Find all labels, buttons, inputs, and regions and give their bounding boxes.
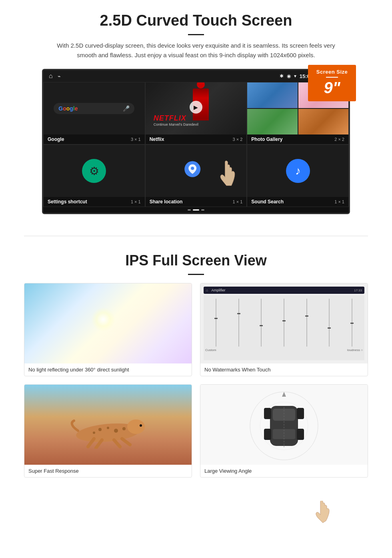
amp-time: 17:33 [354,289,362,292]
pointing-hand-icon [210,159,242,199]
amp-body: Custom loudness ○ [204,295,364,360]
amp-footer: Custom loudness ○ [205,348,363,352]
screen-size-badge: Screen Size 9" [308,65,356,101]
amp-custom-btn: Custom [205,348,216,352]
amp-track-4 [284,299,284,347]
amp-track-1 [216,299,216,347]
daredevil-head [197,82,205,88]
svg-marker-26 [282,392,286,397]
image-card-car: Large Viewing Angle [200,384,368,478]
pagination-dots [43,207,349,213]
device-screen: ⌂ ⌁ ✱ ◉ ▾ 15:06 ⊡ ◁) ✕ ▭ [42,69,350,214]
photo-tile-3 [247,109,297,134]
sound-bg: ♪ [247,145,348,197]
gallery-size: 2 × 2 [334,137,344,142]
amp-track-3 [261,299,262,347]
svg-point-13 [140,424,142,427]
title-divider [188,34,204,35]
gallery-label: Photo Gallery [251,136,282,142]
photo-tile-1 [247,82,297,108]
cheetah-caption: Super Fast Response [24,465,192,477]
settings-gear-icon: ⚙ [82,159,106,183]
cheetah-svg [56,401,160,449]
bluetooth-icon: ✱ [280,73,284,79]
share-label: Share location [150,199,183,205]
amp-loudness: loudness ○ [347,348,363,352]
dot-3 [201,209,204,211]
amp-sliders [205,299,363,347]
sound-label-row: Sound Search 1 × 1 [247,197,348,207]
app-cell-sound[interactable]: ♪ Sound Search 1 × 1 [247,145,349,207]
amp-thumb-5 [305,315,308,317]
app-grid-top: Google 🎤 Google 3 × 1 [43,82,349,145]
svg-line-11 [114,440,120,447]
amp-thumb-4 [282,320,286,321]
google-logo: Google [58,105,78,112]
mic-icon: 🎤 [123,105,130,112]
google-size: 3 × 1 [131,137,141,142]
wifi-icon: ▾ [294,73,296,79]
home-icon[interactable]: ⌂ [49,72,53,80]
netflix-bg: ▶ NETFLIX Continue Marvel's Daredevil [146,82,247,134]
status-left: ⌂ ⌁ [49,72,61,80]
usb-icon: ⌁ [58,73,61,79]
car-image [200,385,368,465]
image-card-sunlight: No light reflecting under 360° direct su… [24,283,192,376]
share-bg [146,145,247,197]
cheetah-image [24,385,192,465]
amp-slider-2 [238,299,239,347]
amp-track-7 [352,299,352,347]
amp-slider-4 [284,299,284,347]
netflix-label-row: Netflix 3 × 2 [146,134,247,144]
amp-thumb-6 [328,327,331,329]
amp-thumb-1 [214,318,218,319]
svg-rect-21 [264,408,271,419]
amp-track-5 [306,299,307,347]
play-button[interactable]: ▶ [190,101,202,114]
svg-rect-22 [297,408,304,419]
amp-slider-1 [216,299,216,347]
dot-1 [188,209,191,211]
dot-2-active [193,209,199,211]
amp-thumb-2 [237,313,240,314]
svg-rect-24 [297,429,304,440]
app-grid-bottom: ⚙ Settings shortcut 1 × 1 [43,145,349,207]
maps-logo-icon [184,161,201,178]
app-cell-settings[interactable]: ⚙ Settings shortcut 1 × 1 [43,145,145,207]
section1-description: With 2.5D curved-display screen, this de… [56,41,336,60]
location-icon: ◉ [287,73,291,79]
sound-content: ♪ [247,145,348,197]
photo-tile-4 [298,109,348,134]
settings-label: Settings shortcut [48,199,87,205]
app-cell-netflix[interactable]: ▶ NETFLIX Continue Marvel's Daredevil Ne… [145,82,247,145]
amp-thumb-3 [260,325,263,326]
netflix-size: 3 × 2 [233,137,243,142]
svg-point-5 [107,427,109,429]
svg-point-6 [114,429,118,433]
netflix-content: ▶ NETFLIX Continue Marvel's Daredevil [146,82,247,134]
google-search-bar[interactable]: Google 🎤 [54,103,134,114]
svg-point-7 [93,432,95,434]
settings-content: ⚙ [44,145,145,197]
sunlight-image [24,283,192,363]
amp-slider-3 [261,299,262,347]
gallery-label-row: Photo Gallery 2 × 2 [247,134,348,144]
sound-size: 1 × 1 [334,199,344,204]
app-cell-share[interactable]: Share location 1 × 1 [145,145,247,207]
svg-point-8 [122,427,126,430]
amp-track-2 [238,299,239,347]
svg-point-1 [191,167,194,170]
badge-divider [326,77,338,78]
badge-title: Screen Size [315,69,349,75]
netflix-label: Netflix [150,136,164,142]
amp-home: ⌂ [206,288,208,292]
share-content [146,145,247,197]
app-cell-google[interactable]: Google 🎤 Google 3 × 1 [43,82,145,145]
amp-track-6 [329,299,330,347]
google-label-row: Google 3 × 1 [44,134,145,144]
badge-size: 9" [315,80,349,96]
share-size: 1 × 1 [233,199,243,204]
section-ips-screen: IPS Full Screen View No light reflecting… [0,248,392,490]
netflix-logo: NETFLIX [154,114,186,122]
amp-header: ⌂ Amplifier 17:33 [204,287,364,294]
